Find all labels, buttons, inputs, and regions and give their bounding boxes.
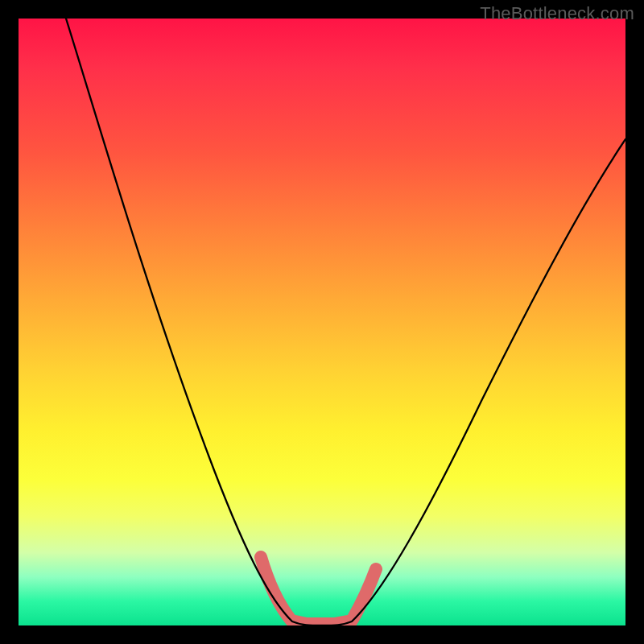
plot-area (19, 19, 625, 625)
chart-frame: TheBottleneck.com (0, 0, 644, 644)
watermark-text: TheBottleneck.com (480, 3, 634, 24)
bottleneck-curve (66, 19, 625, 625)
chart-svg (19, 19, 625, 625)
